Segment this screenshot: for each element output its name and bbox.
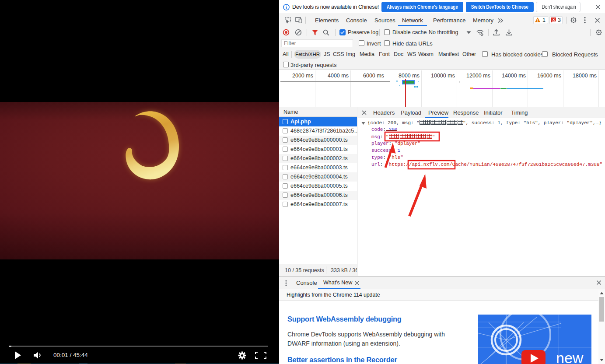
svg-text:new: new [556, 350, 584, 364]
